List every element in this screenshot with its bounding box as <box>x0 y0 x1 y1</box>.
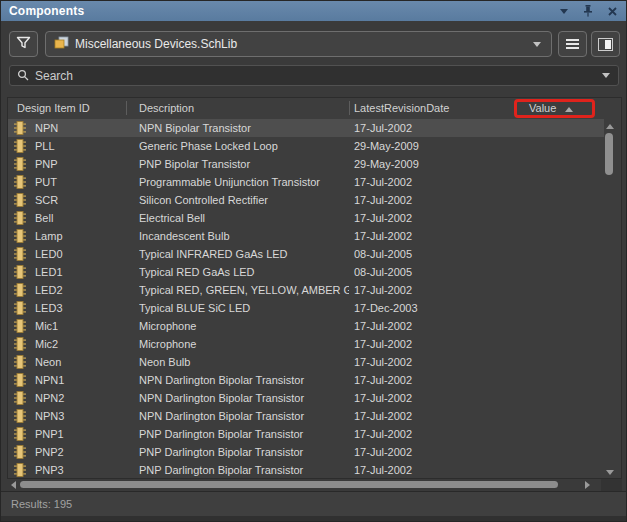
cell-revision-date: 17-Jul-2002 <box>354 230 454 242</box>
horizontal-scrollbar[interactable] <box>7 479 622 491</box>
components-panel: Components Miscellaneous D <box>0 0 627 522</box>
cell-description: Electrical Bell <box>139 212 349 224</box>
cell-design-item-id: PNP2 <box>35 446 130 458</box>
cell-description: Generic Phase Locked Loop <box>139 140 349 152</box>
search-box <box>9 65 619 86</box>
component-row[interactable]: NPN2 NPN Darlington Bipolar Transistor 1… <box>8 389 604 407</box>
cell-design-item-id: PNP3 <box>35 464 130 476</box>
scroll-up-icon[interactable] <box>606 124 614 129</box>
horizontal-scrollbar-thumb[interactable] <box>20 481 558 488</box>
cell-revision-date: 17-Jul-2002 <box>354 392 454 404</box>
panel-title: Components <box>9 4 84 18</box>
cell-design-item-id: Mic2 <box>35 338 130 350</box>
component-chip-icon <box>13 229 27 245</box>
component-chip-icon <box>13 337 27 353</box>
component-row[interactable]: PNP PNP Bipolar Transistor 29-May-2009 <box>8 155 604 173</box>
component-row[interactable]: PNP2 PNP Darlington Bipolar Transistor 1… <box>8 443 604 461</box>
component-chip-icon <box>13 283 27 299</box>
component-row[interactable]: PNP1 PNP Darlington Bipolar Transistor 1… <box>8 425 604 443</box>
column-header-value[interactable]: Value <box>529 102 556 114</box>
cell-revision-date: 17-Jul-2002 <box>354 212 454 224</box>
column-header-latest-revision-date[interactable]: LatestRevisionDate <box>354 102 449 114</box>
cell-description: Incandescent Bulb <box>139 230 349 242</box>
component-chip-icon <box>13 319 27 335</box>
component-row[interactable]: LED2 Typical RED, GREEN, YELLOW, AMBER G… <box>8 281 604 299</box>
cell-revision-date: 17-Jul-2002 <box>354 338 454 350</box>
cell-description: PNP Darlington Bipolar Transistor <box>139 464 349 476</box>
cell-description: Microphone <box>139 320 349 332</box>
component-row[interactable]: Neon Neon Bulb 17-Jul-2002 <box>8 353 604 371</box>
component-row[interactable]: LED0 Typical INFRARED GaAs LED 08-Jul-20… <box>8 245 604 263</box>
pin-icon[interactable] <box>582 5 594 17</box>
component-chip-icon <box>13 265 27 281</box>
component-chip-icon <box>13 463 27 479</box>
list-view-button[interactable] <box>558 31 587 57</box>
component-list: NPN NPN Bipolar Transistor 17-Jul-2002 P… <box>8 119 604 479</box>
component-row[interactable]: PUT Programmable Unijunction Transistor … <box>8 173 604 191</box>
component-row[interactable]: Mic1 Microphone 17-Jul-2002 <box>8 317 604 335</box>
scroll-right-icon[interactable] <box>585 481 590 489</box>
component-row[interactable]: PNP3 PNP Darlington Bipolar Transistor 1… <box>8 461 604 479</box>
cell-design-item-id: LED0 <box>35 248 130 260</box>
cell-description: NPN Darlington Bipolar Transistor <box>139 392 349 404</box>
component-chip-icon <box>13 211 27 227</box>
cell-revision-date: 17-Jul-2002 <box>354 428 454 440</box>
component-chip-icon <box>13 175 27 191</box>
component-row[interactable]: NPN1 NPN Darlington Bipolar Transistor 1… <box>8 371 604 389</box>
component-row[interactable]: NPN3 NPN Darlington Bipolar Transistor 1… <box>8 407 604 425</box>
panel-menu-down-icon[interactable] <box>558 5 570 17</box>
panel-bottom-edge <box>1 516 626 522</box>
column-divider[interactable] <box>126 101 127 115</box>
cell-design-item-id: Neon <box>35 356 130 368</box>
cell-design-item-id: LED3 <box>35 302 130 314</box>
component-row[interactable]: SCR Silicon Controlled Rectifier 17-Jul-… <box>8 191 604 209</box>
component-chip-icon <box>13 139 27 155</box>
vertical-scrollbar-thumb[interactable] <box>605 133 613 175</box>
component-chip-icon <box>13 193 27 209</box>
cell-revision-date: 17-Jul-2002 <box>354 122 454 134</box>
cell-design-item-id: NPN1 <box>35 374 130 386</box>
component-row[interactable]: PLL Generic Phase Locked Loop 29-May-200… <box>8 137 604 155</box>
cell-description: Typical BLUE SiC LED <box>139 302 349 314</box>
cell-design-item-id: PUT <box>35 176 130 188</box>
column-divider[interactable] <box>349 101 350 115</box>
component-chip-icon <box>13 301 27 317</box>
component-row[interactable]: LED3 Typical BLUE SiC LED 17-Dec-2003 <box>8 299 604 317</box>
cell-design-item-id: SCR <box>35 194 130 206</box>
component-row[interactable]: NPN NPN Bipolar Transistor 17-Jul-2002 <box>8 119 604 137</box>
component-row[interactable]: Mic2 Microphone 17-Jul-2002 <box>8 335 604 353</box>
scrollbar-corner <box>601 479 622 491</box>
close-icon[interactable] <box>606 5 618 17</box>
vertical-scrollbar[interactable] <box>603 119 618 479</box>
search-dropdown-icon[interactable] <box>602 73 610 78</box>
component-chip-icon <box>13 391 27 407</box>
panel-titlebar: Components <box>1 1 626 21</box>
cell-revision-date: 17-Jul-2002 <box>354 446 454 458</box>
component-row[interactable]: LED1 Typical RED GaAs LED 08-Jul-2005 <box>8 263 604 281</box>
cell-design-item-id: NPN2 <box>35 392 130 404</box>
scroll-down-icon[interactable] <box>606 470 614 475</box>
cell-revision-date: 17-Dec-2003 <box>354 302 454 314</box>
cell-description: PNP Darlington Bipolar Transistor <box>139 428 349 440</box>
filter-button[interactable] <box>9 31 38 57</box>
cell-design-item-id: Mic1 <box>35 320 130 332</box>
component-row[interactable]: Bell Electrical Bell 17-Jul-2002 <box>8 209 604 227</box>
components-table: Design Item ID Description LatestRevisio… <box>7 97 622 479</box>
column-header-design-item-id[interactable]: Design Item ID <box>17 102 90 114</box>
cell-description: NPN Darlington Bipolar Transistor <box>139 410 349 422</box>
component-chip-icon <box>13 373 27 389</box>
cell-description: NPN Bipolar Transistor <box>139 122 349 134</box>
cell-design-item-id: LED1 <box>35 266 130 278</box>
component-row[interactable]: Lamp Incandescent Bulb 17-Jul-2002 <box>8 227 604 245</box>
component-chip-icon <box>13 121 27 137</box>
cell-description: Typical RED GaAs LED <box>139 266 349 278</box>
scroll-left-icon[interactable] <box>11 481 16 489</box>
column-header-description[interactable]: Description <box>139 102 194 114</box>
cell-revision-date: 17-Jul-2002 <box>354 464 454 476</box>
split-view-button[interactable] <box>591 31 620 57</box>
component-chip-icon <box>13 355 27 371</box>
search-input[interactable] <box>35 69 602 83</box>
cell-revision-date: 17-Jul-2002 <box>354 176 454 188</box>
sort-ascending-icon <box>565 107 573 112</box>
library-selector[interactable]: Miscellaneous Devices.SchLib <box>45 31 552 57</box>
